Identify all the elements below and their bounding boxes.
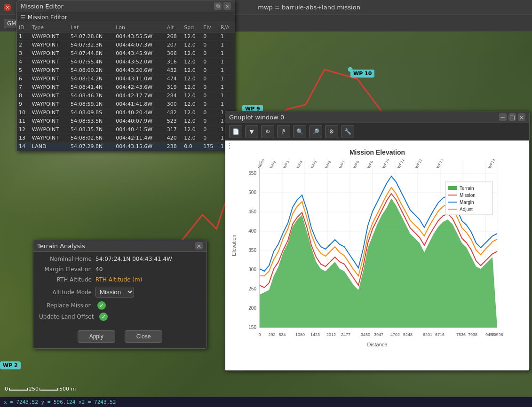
table-cell: 4 [17,58,30,66]
table-cell: 523 [165,117,183,125]
table-cell: 12.0 [182,125,201,134]
gnuplot-wrench-tool[interactable]: 🔧 [341,125,354,138]
table-cell: 12.0 [182,109,201,117]
table-row[interactable]: 3WAYPOINT54:07:44.8N004:43:45.9W36612.00… [17,49,235,58]
table-cell: 004:43:15.6W [114,142,165,151]
rth-altitude-value[interactable]: RTH Altitude (m) [95,276,142,283]
table-row[interactable]: 1WAYPOINT54:07:28.6N004:43:55.5W26812.00… [17,32,235,41]
table-cell: 12.0 [182,100,201,109]
table-row[interactable]: 6WAYPOINT54:08:14.2N004:43:11.0W47412.00… [17,75,235,83]
col-spd: Spd [182,23,201,32]
table-cell: 004:42:17.7W [114,92,165,100]
table-cell: 316 [165,58,183,66]
svg-text:Mission: Mission [460,193,476,198]
table-cell: 317 [165,125,183,134]
table-cell: 004:43:45.9W [114,49,165,58]
table-row[interactable]: 11WAYPOINT54:08:53.5N004:40:07.9W52312.0… [17,117,235,125]
replace-mission-row: Replace Mission ✓ [39,301,201,310]
table-cell: 1 [219,58,235,66]
table-cell: 0 [201,134,219,142]
table-cell: 004:43:55.5W [114,32,165,41]
altitude-mode-label: Altitude Mode [39,289,95,296]
table-cell: 175 [201,142,219,151]
table-cell: 0 [201,49,219,58]
terrain-analysis-buttons: Apply Close [39,327,201,344]
table-row[interactable]: 2WAYPOINT54:07:32.3N004:44:07.3W20712.00… [17,41,235,49]
svg-text:292: 292 [268,332,275,337]
table-cell: 004:44:07.3W [114,41,165,49]
svg-text:10996: 10996 [491,332,503,337]
table-cell: WAYPOINT [30,100,69,109]
table-row[interactable]: 5WAYPOINT54:08:00.2N004:43:20.6W43212.00… [17,66,235,75]
terrain-analysis-body: Nominal Home 54:07:24.1N 004:43:41.4W Ma… [33,252,206,348]
elevation-chart: Mission Elevation [229,144,525,365]
table-cell: 54:08:14.2N [69,75,114,83]
sidebar-handle[interactable]: ⋮ [226,141,233,150]
table-row[interactable]: 7WAYPOINT54:08:41.4N004:42:43.6W31912.00… [17,83,235,92]
table-cell: WAYPOINT [30,83,69,92]
gnuplot-dropdown-tool[interactable]: ▼ [245,125,258,138]
table-row[interactable]: 10WAYPOINT54:08:09.8S004:40:20.4W48212.0… [17,109,235,117]
table-cell: 7 [17,83,30,92]
svg-text:400: 400 [248,228,256,234]
table-row[interactable]: 13WAYPOINT54:08:02.6N004:42:11.4W42012.0… [17,134,235,142]
altitude-mode-select[interactable]: Mission Relative Absolute [95,287,134,297]
gnuplot-zoom-out-tool[interactable]: 🔎 [309,125,322,138]
table-cell: 004:40:41.5W [114,125,165,134]
table-cell: 11 [17,117,30,125]
apply-button[interactable]: Apply [78,330,115,343]
replace-mission-check[interactable]: ✓ [97,301,106,310]
table-cell: 12.0 [182,49,201,58]
gnuplot-controls: − □ × [499,113,525,121]
table-row[interactable]: 12WAYPOINT54:08:35.7N004:40:41.5W31712.0… [17,125,235,134]
close-button[interactable]: Close [125,330,163,343]
table-cell: 54:08:41.4N [69,83,114,92]
svg-text:4702: 4702 [390,332,400,337]
gnuplot-zoom-in-tool[interactable]: 🔍 [293,125,306,138]
table-cell: 54:08:59.1N [69,100,114,109]
gnuplot-refresh-tool[interactable]: ↻ [261,125,274,138]
terrain-close-button[interactable]: × [195,242,203,250]
svg-text:2012: 2012 [326,332,336,337]
table-cell: 0 [201,41,219,49]
table-cell: 004:41:41.8W [114,100,165,109]
gnuplot-maximize-button[interactable]: □ [508,113,516,121]
table-cell: 54:07:29.8N [69,142,114,151]
gnuplot-file-tool[interactable]: 📄 [229,125,242,138]
mission-editor-panel: Mission Editor ⧉ × ☰ Mission Editor ID T… [16,0,235,151]
svg-text:534: 534 [278,332,286,337]
mission-editor-menubar[interactable]: ☰ Mission Editor [17,12,235,23]
svg-text:Margin: Margin [460,200,474,205]
gnuplot-grid-tool[interactable]: # [277,125,290,138]
table-cell: 10 [17,109,30,117]
svg-text:1080: 1080 [295,332,305,337]
table-row[interactable]: 8WAYPOINT54:08:46.7N004:42:17.7W28412.00… [17,92,235,100]
restore-button[interactable]: ⧉ [214,2,222,10]
table-cell: 432 [165,66,183,75]
table-cell: 0 [201,32,219,41]
table-cell: WAYPOINT [30,117,69,125]
table-cell: 1 [17,32,30,41]
gnuplot-minimize-button[interactable]: − [499,113,507,121]
wp10-label[interactable]: WP 10 [350,70,374,78]
update-land-label: Update Land Offset [39,313,97,320]
close-button[interactable]: × [4,4,11,11]
wp2-label[interactable]: WP 2 [0,361,21,369]
close-icon: × [6,5,9,10]
table-row[interactable]: 9WAYPOINT54:08:59.1N004:41:41.8W30012.00… [17,100,235,109]
table-cell: 54:08:46.7N [69,92,114,100]
table-cell: 319 [165,83,183,92]
waypoint-table-body: 1WAYPOINT54:07:28.6N004:43:55.5W26812.00… [17,32,235,151]
update-land-check[interactable]: ✓ [99,313,108,321]
margin-elevation-label: Margin Elevation [39,266,95,273]
table-cell: 12 [17,125,30,134]
table-cell: 1 [219,92,235,100]
gnuplot-close-button[interactable]: × [518,113,525,121]
gnuplot-settings-tool[interactable]: ⚙ [325,125,338,138]
table-cell: 54:08:35.7N [69,125,114,134]
panel-close-button[interactable]: × [223,2,231,10]
gnuplot-toolbar: 📄 ▼ ↻ # 🔍 🔎 ⚙ 🔧 [225,123,529,141]
table-cell: 54:07:55.4N [69,58,114,66]
table-row[interactable]: 4WAYPOINT54:07:55.4N004:43:52.0W31612.00… [17,58,235,66]
table-row[interactable]: 14LAND54:07:29.8N004:43:15.6W2380.01751 [17,142,235,151]
